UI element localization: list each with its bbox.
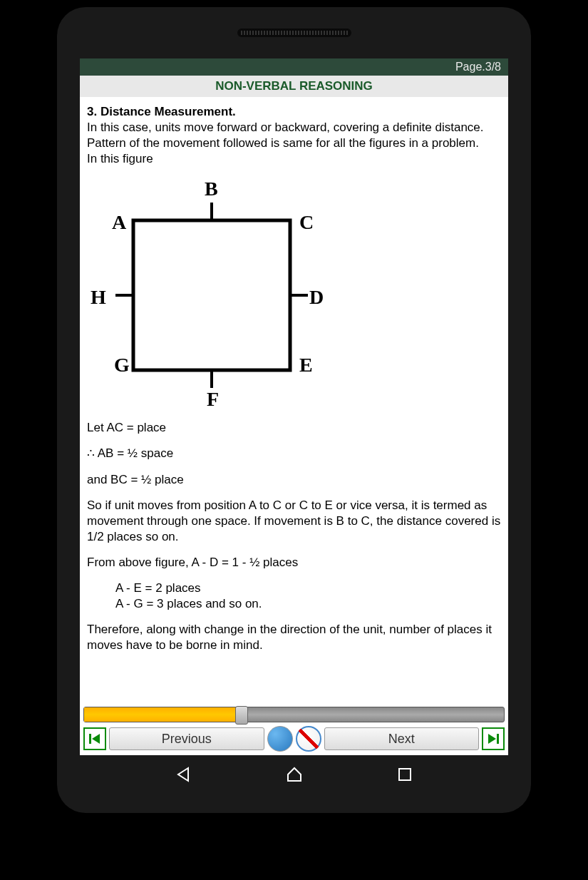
svg-rect-7 [497,734,499,744]
last-page-button[interactable] [482,727,505,750]
label-g: G [114,352,130,378]
label-e: E [299,352,313,378]
figure-intro: In this figure [87,152,153,165]
svg-rect-5 [89,734,91,744]
navigation-bar: Previous Next [80,722,508,755]
svg-marker-8 [488,734,496,744]
svg-marker-9 [178,768,188,781]
page-progress-slider[interactable] [83,707,505,722]
topic-heading: 3. Distance Measurement. [87,105,236,118]
text-line-1: Let AC = place [87,420,501,436]
phone-speaker [237,29,351,37]
recent-apps-icon[interactable] [396,766,413,783]
label-a: A [112,210,126,235]
svg-rect-0 [133,220,290,370]
text-line-2: ∴ AB = ½ space [87,446,501,461]
text-line-3: and BC = ½ place [87,472,501,488]
first-page-button[interactable] [83,727,106,750]
square-diagram: A B C D E F G H [87,170,329,413]
intro-text: In this case, units move forward or back… [87,121,484,150]
text-para-1: So if unit moves from position A to C or… [87,498,501,545]
globe-icon[interactable] [267,726,293,752]
page-title: NON-VERBAL REASONING [80,76,508,97]
text-line-4: From above figure, A - D = 1 - ½ places [87,555,501,571]
previous-button[interactable]: Previous [109,727,264,750]
label-d: D [309,285,324,310]
svg-rect-10 [399,769,411,780]
label-h: H [91,285,106,310]
progress-fill [84,707,239,722]
text-line-6: A - G = 3 places and so on. [87,596,501,612]
home-icon[interactable] [286,766,303,783]
label-f: F [207,387,219,412]
system-navigation [57,755,531,794]
svg-marker-6 [92,734,100,744]
phone-frame: Page.3/8 NON-VERBAL REASONING 3. Distanc… [57,7,531,813]
text-para-2: Therefore, along with change in the dire… [87,622,501,653]
app-screen: Page.3/8 NON-VERBAL REASONING 3. Distanc… [80,58,508,755]
label-b: B [205,176,218,202]
label-c: C [299,210,314,235]
slider-thumb[interactable] [235,706,248,725]
content-area[interactable]: 3. Distance Measurement. In this case, u… [80,97,508,707]
next-button[interactable]: Next [324,727,480,750]
text-line-5: A - E = 2 places [87,580,501,596]
page-indicator: Page.3/8 [80,58,508,76]
back-icon[interactable] [175,766,192,783]
compass-disabled-icon[interactable] [296,726,321,752]
